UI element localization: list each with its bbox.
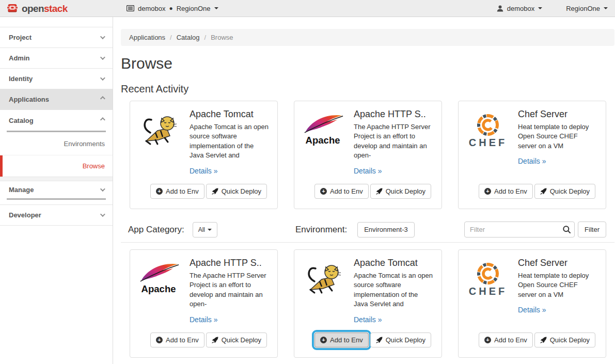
environment-label: Environment: [295,225,347,235]
user-icon [497,5,503,12]
quick-deploy-button[interactable]: Quick Deploy [534,333,595,347]
sidebar-nav: Project Admin Identity Applications Cata… [0,17,113,364]
sidebar-item-label: Admin [9,54,29,62]
region-menu-label: RegionOne [566,5,600,12]
rocket-icon [540,188,547,195]
chevron-down-icon [100,34,105,39]
sidebar-item-admin[interactable]: Admin [0,48,113,69]
svg-text:Apache: Apache [141,283,176,294]
plus-circle-icon: + [484,188,491,195]
quick-deploy-button[interactable]: Quick Deploy [534,184,595,199]
sidebar-item-label: Developer [9,211,41,219]
sidebar-item-project[interactable]: Project [0,27,113,48]
tomcat-logo [138,109,181,152]
breadcrumb-separator: / [204,34,207,41]
top-header: openstack demobox ● RegionOne demobox Re… [0,0,615,17]
app-card-apache-tomcat: Apache Tomcat Apache Tomcat is an open s… [294,249,442,358]
sidebar-item-identity[interactable]: Identity [0,69,113,89]
breadcrumb: Applications / Catalog / Browse [121,29,614,46]
add-to-env-button[interactable]: + Add to Env [479,333,533,347]
app-card-chef-server: CHEF Chef Server Heat template to deploy… [458,101,606,209]
svg-text:CHEF: CHEF [469,137,507,148]
details-link[interactable]: Details » [354,167,382,175]
active-item-indicator [0,155,3,177]
app-description: The Apache HTTP Server Project is an eff… [354,122,434,161]
caret-down-icon [604,7,608,9]
app-category-label: App Category: [128,225,184,235]
details-link[interactable]: Details » [354,315,382,324]
app-title: Apache Tomcat [354,258,434,268]
recent-activity-cards: Apache Tomcat Apache Tomcat is an open s… [121,101,615,209]
openstack-brand[interactable]: openstack [0,3,113,13]
plus-circle-icon: + [320,337,327,343]
project-region-switcher[interactable]: demobox ● RegionOne [127,5,218,12]
chevron-up-icon [100,117,105,122]
filter-input[interactable] [464,221,575,238]
environment-button[interactable]: Environment-3 [357,222,415,238]
breadcrumb-separator: / [170,34,172,41]
sidebar-group-gap [0,177,113,181]
quick-deploy-button[interactable]: Quick Deploy [206,333,267,347]
user-menu[interactable]: demobox [497,5,542,12]
sidebar-item-label: Applications [9,96,49,103]
chevron-down-icon [100,186,105,192]
list-icon [127,5,134,11]
add-to-env-button-highlighted[interactable]: + Add to Env [314,333,369,347]
openstack-logo-icon [7,3,18,13]
add-to-env-button[interactable]: + Add to Env [314,184,369,199]
app-card-apache-http: Apache Apache HTTP S.. The Apache HTTP S… [294,101,442,209]
rocket-icon [212,188,218,195]
current-region-label: RegionOne [177,5,211,12]
details-link[interactable]: Details » [190,315,217,324]
add-to-env-button[interactable]: + Add to Env [150,333,204,347]
sidebar-panel-pad [0,200,113,205]
sidebar-item-browse-active[interactable]: Browse [0,155,113,177]
sidebar-item-applications[interactable]: Applications [0,89,113,110]
sidebar-item-environments[interactable]: Environments [0,132,113,155]
app-description: Heat template to deploy Open Source CHEF… [518,271,598,299]
sidebar-item-developer[interactable]: Developer [0,205,113,226]
rocket-icon [376,188,383,195]
details-link[interactable]: Details » [518,306,546,314]
sidebar-item-label: Manage [9,186,34,194]
page-title: Browse [121,55,615,72]
sidebar-subitem-label: Browse [83,162,105,170]
apache-logo: Apache [302,109,345,152]
quick-deploy-button[interactable]: Quick Deploy [206,184,267,199]
recent-activity-heading: Recent Activity [121,83,615,95]
plus-circle-icon: + [320,188,327,195]
openstack-wordmark: openstack [22,4,68,13]
app-title: Apache Tomcat [190,109,270,120]
chevron-down-icon [100,75,105,81]
plus-circle-icon: + [156,337,163,343]
add-to-env-button[interactable]: + Add to Env [150,184,204,199]
caret-down-icon [214,7,218,9]
region-menu[interactable]: RegionOne [566,5,608,12]
details-link[interactable]: Details » [190,167,217,175]
dot-separator-icon: ● [169,5,172,11]
app-title: Apache HTTP S.. [190,258,270,268]
rocket-icon [212,337,218,343]
app-description: Apache Tomcat is an open source software… [354,271,434,309]
sidebar-item-label: Catalog [9,117,34,124]
app-title: Chef Server [518,109,598,120]
quick-deploy-button[interactable]: Quick Deploy [370,184,431,199]
details-link[interactable]: Details » [518,157,546,165]
user-menu-label: demobox [507,5,534,12]
app-title: Chef Server [518,258,598,268]
app-title: Apache HTTP S.. [354,109,434,120]
app-category-dropdown[interactable]: All [193,222,217,238]
apache-logo: Apache [138,258,181,301]
sidebar-item-catalog[interactable]: Catalog [0,110,113,131]
breadcrumb-catalog[interactable]: Catalog [177,34,200,41]
app-card-apache-tomcat: Apache Tomcat Apache Tomcat is an open s… [130,101,278,209]
filter-button[interactable]: Filter [578,221,606,238]
header-right-menus: demobox RegionOne [497,5,615,12]
sidebar-item-manage[interactable]: Manage [0,181,113,198]
sidebar-item-label: Project [9,34,31,41]
breadcrumb-applications[interactable]: Applications [129,34,165,41]
quick-deploy-button[interactable]: Quick Deploy [370,333,431,347]
breadcrumb-browse: Browse [211,34,233,41]
main-content: Applications / Catalog / Browse Browse R… [113,17,615,364]
add-to-env-button[interactable]: + Add to Env [479,184,533,199]
